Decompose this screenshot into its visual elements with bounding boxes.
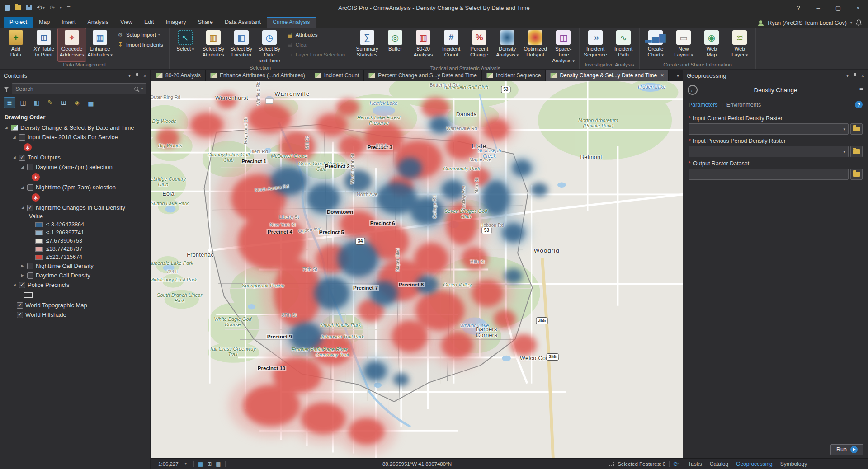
layer-checkbox[interactable] [27,263,33,269]
filter-icon[interactable] [4,86,9,92]
space-time-analysis-button[interactable]: ◫ Space-Time Analysis [549,28,577,65]
legend-swatch[interactable] [35,255,43,260]
refresh-icon[interactable]: ⟳ [673,460,679,468]
layer-item-input-data[interactable]: ◢ Input Data- 2018 Calls For Service [0,132,150,142]
layer-from-selection-button[interactable]: ▭ Layer From Selection [284,50,348,59]
layer-checkbox[interactable] [17,302,23,309]
tab-list-chevron-icon[interactable]: ▾ [673,70,683,81]
list-by-editing-icon[interactable]: ✎ [44,97,56,108]
outline-symbol-icon[interactable] [24,292,33,298]
select-by-date-and-time-button[interactable]: ◷ Select By Date and Time [255,28,283,65]
expand-icon[interactable]: ◢ [12,283,17,287]
map-canvas[interactable]: Warrenhurst Warrenville Lisle Belmont Eo… [151,81,683,458]
scale-control[interactable]: 1:66,227 ▾ [156,461,189,467]
expand-icon[interactable]: ◢ [20,206,25,210]
expand-icon[interactable]: ◢ [12,135,17,139]
open-project-icon[interactable] [15,5,21,10]
new-layout-button[interactable]: ▭ New Layout [670,28,698,61]
list-by-snapping-icon[interactable]: ⊞ [58,97,70,108]
incident-sequence-button[interactable]: ↠ Incident Sequence [581,28,609,61]
geocode-addresses-button[interactable]: ⌖ Geocode Addresses [58,28,86,61]
attributes-button[interactable]: ▤ Attributes [284,30,348,39]
list-by-charts-icon[interactable]: ▅ [85,97,97,108]
eighty-twenty-analysis-button[interactable]: ▥ 80-20 Analysis [409,28,437,65]
gp-close-icon[interactable]: × [861,73,864,79]
search-dropdown-icon[interactable]: ▾ [141,87,143,91]
doc-tab-incident-sequence[interactable]: Incident Sequence [482,70,546,81]
contents-search-input[interactable]: Search ▾ [12,83,146,94]
account-menu[interactable]: Ryan (ArcGIS Team Local Gov) ▾ [758,19,868,28]
optimized-hotspot-button[interactable]: Optimized Hotspot [521,28,549,65]
expand-icon[interactable]: ◢ [4,126,9,130]
legend-swatch[interactable] [35,222,43,227]
tab-analysis[interactable]: Analysis [82,17,115,28]
tab-catalog[interactable]: Catalog [710,461,728,467]
layer-checkbox[interactable] [19,134,25,141]
snapping-icon[interactable]: ⊞ [207,461,212,467]
layer-checkbox[interactable] [27,184,33,191]
environments-tab[interactable]: Environments [726,102,761,108]
density-analysis-button[interactable]: Density Analysis [493,28,521,65]
point-symbol-red-icon[interactable]: ∗ [32,173,40,181]
incident-path-button[interactable]: ∿ Incident Path [609,28,637,61]
input-previous-raster-combo[interactable]: ▾ [689,146,849,157]
browse-button[interactable] [850,123,863,135]
import-incidents-button[interactable]: ↧ Import Incidents [115,40,166,49]
point-symbol-red-icon[interactable]: ∗ [32,193,40,202]
redo-icon[interactable]: ⟳ [50,4,55,11]
layer-checkbox[interactable] [19,282,25,288]
contents-pin-icon[interactable] [135,73,139,78]
maximize-button[interactable]: ▢ [828,0,848,15]
expand-icon[interactable]: ◢ [20,185,25,189]
list-by-drawing-order-icon[interactable]: ≣ [4,97,15,108]
doc-tab-80-20[interactable]: 80-20 Analysis [151,70,206,81]
incident-count-button[interactable]: # Incident Count [437,28,465,65]
input-current-raster-combo[interactable]: ▾ [689,123,849,135]
legend-swatch[interactable] [35,230,43,235]
buffer-button[interactable]: ◎ Buffer [381,28,409,65]
add-data-button[interactable]: + Add Data [2,28,30,61]
layer-item-world-hillshade[interactable]: World Hillshade [0,310,150,319]
tab-geoprocessing[interactable]: Geoprocessing [736,461,773,467]
parameters-tab[interactable]: Parameters [689,102,718,108]
tab-imagery[interactable]: Imagery [160,17,192,28]
tab-close-icon[interactable]: × [660,72,664,79]
new-project-icon[interactable] [5,5,10,11]
web-layer-button[interactable]: ≋ Web Layer [726,28,754,61]
back-button[interactable]: ← [688,85,698,95]
clear-selection-button[interactable]: ▤ Clear [284,40,348,49]
list-by-selection-icon[interactable]: ◧ [31,97,42,108]
layer-checkbox[interactable] [19,155,25,161]
select-by-location-button[interactable]: ◧ Select By Location [227,28,255,65]
expand-icon[interactable]: ◢ [12,155,17,159]
customize-qat-icon[interactable]: ▾ [60,6,61,10]
layer-item-world-topographic[interactable]: World Topographic Map [0,300,150,310]
tab-symbology[interactable]: Symbology [780,461,807,467]
minimize-button[interactable]: – [808,0,828,15]
contents-menu-icon[interactable]: ▾ [128,73,131,78]
gp-pin-icon[interactable] [853,73,857,78]
tool-help-icon[interactable]: ? [855,101,863,108]
layer-item-daytime-call-density[interactable]: ▶ Daytime Call Density [0,271,150,280]
select-by-attributes-button[interactable]: ▥ Select By Attributes [199,28,227,65]
browse-button[interactable] [850,146,863,157]
layer-item-police-precincts[interactable]: ◢ Police Precincts [0,280,150,290]
undo-icon[interactable]: ⟲▾ [37,4,45,11]
doc-tab-incident-count[interactable]: Incident Count [310,70,364,81]
tab-crime-analysis[interactable]: Crime Analysis [267,17,316,28]
tab-data-assistant[interactable]: Data Assistant [219,17,267,28]
tab-map[interactable]: Map [33,17,56,28]
layer-item-nighttime-call-density[interactable]: ▶ Nighttime Call Density [0,261,150,271]
tab-edit[interactable]: Edit [138,17,160,28]
layer-item-tool-outputs[interactable]: ◢ Tool Outputs [0,153,150,162]
tab-insert[interactable]: Insert [56,17,81,28]
ribbon-options-icon[interactable]: ≡ [67,4,71,11]
legend-swatch[interactable] [35,239,43,244]
layer-item-map[interactable]: ◢ Density Change & Select By Date and Ti… [0,123,150,132]
list-by-labeling-icon[interactable]: ◈ [71,97,83,108]
expand-icon[interactable]: ▶ [20,273,25,277]
enhance-attributes-button[interactable]: ▦ Enhance Attributes [86,28,114,61]
tab-project[interactable]: Project [4,17,33,28]
point-symbol-red-icon[interactable]: ∗ [24,143,32,151]
grid-icon[interactable]: ▤ [216,461,221,467]
